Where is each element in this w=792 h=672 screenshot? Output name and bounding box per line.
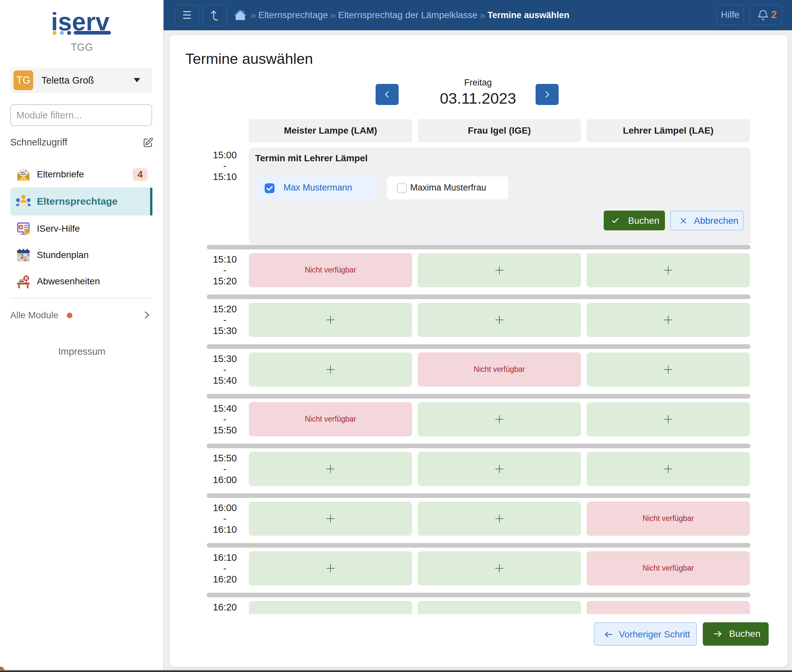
svg-text:?: ? <box>26 229 29 234</box>
